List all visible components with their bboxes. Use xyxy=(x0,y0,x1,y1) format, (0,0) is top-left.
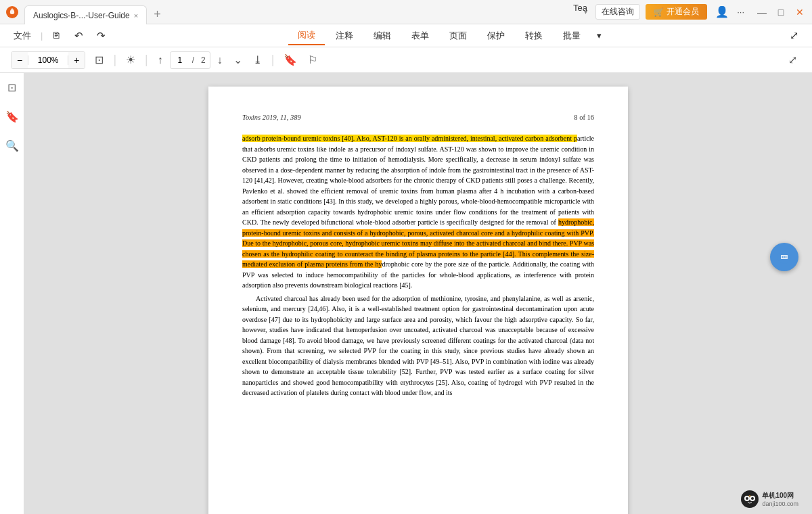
next-page-button[interactable]: ↓ xyxy=(213,52,227,68)
download-button[interactable]: ⤓ xyxy=(249,51,266,68)
vip-button[interactable]: 🛒 开通会员 xyxy=(646,4,707,20)
pdf-page: Toxins 2019, 11, 389 8 of 16 adsorb prot… xyxy=(208,87,628,514)
chat-button[interactable] xyxy=(770,243,798,271)
tab-batch[interactable]: 批量 xyxy=(554,27,590,45)
pdf-text-content: adsorb protein-bound uremic toxins [40].… xyxy=(242,133,594,398)
minimize-button[interactable]: — xyxy=(755,7,769,18)
highlight-orange-1: hydrophobic, protein-bound uremic toxins… xyxy=(242,218,594,268)
zoom-control: − 100% + xyxy=(11,51,85,69)
more-tabs-arrow[interactable]: ▾ xyxy=(591,28,607,43)
page-navigation: / 2 xyxy=(170,51,210,69)
total-pages: 2 xyxy=(197,55,210,65)
sidebar-thumbnail-icon[interactable]: ⊡ xyxy=(5,78,19,97)
svg-point-1 xyxy=(10,10,14,14)
share-button[interactable]: ⚐ xyxy=(304,51,321,68)
close-window-button[interactable]: ✕ xyxy=(793,7,807,18)
vip-cart-icon: 🛒 xyxy=(654,7,664,17)
fullscreen-button[interactable]: ⤢ xyxy=(784,51,801,68)
export-icon[interactable]: ⤢ xyxy=(784,26,804,45)
app-logo xyxy=(5,5,19,19)
bookmark-button[interactable]: 🔖 xyxy=(279,51,301,68)
undo-button[interactable]: ↶ xyxy=(69,27,89,45)
title-bar: Auslogics-B-...-User-Guide × + ▾ 在线咨询 🛒 … xyxy=(0,0,812,24)
paragraph-2: Activated charcoal has already been used… xyxy=(242,294,594,398)
highlight-yellow-1: adsorb protein-bound uremic toxins [40].… xyxy=(242,135,577,142)
pdf-area[interactable]: Toxins 2019, 11, 389 8 of 16 adsorb prot… xyxy=(24,73,812,514)
new-tab-button[interactable]: + xyxy=(148,5,166,24)
brightness-button[interactable]: ☀ xyxy=(122,51,139,68)
svg-point-6 xyxy=(741,490,759,508)
scroll-down-button[interactable]: ⌄ xyxy=(229,51,246,68)
tab-read[interactable]: 阅读 xyxy=(288,26,325,45)
left-sidebar: ⊡ 🔖 🔍 xyxy=(0,73,24,514)
tab-edit[interactable]: 编辑 xyxy=(364,27,401,45)
menu-right: ⤢ xyxy=(784,26,804,45)
svg-point-5 xyxy=(786,256,787,258)
prev-page-button[interactable]: ↑ xyxy=(154,52,167,68)
watermark-url: danji100.com xyxy=(762,500,798,507)
svg-point-9 xyxy=(746,497,748,500)
tea-label: Tea xyxy=(573,3,587,13)
vip-label: 开通会员 xyxy=(667,6,699,18)
sidebar-bookmark-icon[interactable]: 🔖 xyxy=(3,108,22,126)
svg-point-10 xyxy=(751,497,754,500)
svg-point-4 xyxy=(784,256,785,258)
copy-tool[interactable]: 🖹 xyxy=(47,28,66,43)
tab-protect[interactable]: 保护 xyxy=(478,27,514,45)
online-consult-button[interactable]: 在线咨询 xyxy=(595,4,640,20)
toolbar-separator-1: | xyxy=(113,53,116,67)
tab-convert[interactable]: 转换 xyxy=(516,27,552,45)
tab-annotate[interactable]: 注释 xyxy=(326,27,363,45)
main-layout: ⊡ 🔖 🔍 Toxins 2019, 11, 389 8 of 16 adsor… xyxy=(0,73,812,514)
toolbar-tabs: 阅读 注释 编辑 表单 页面 保护 转换 批量 ▾ xyxy=(114,26,782,45)
tab-close-button[interactable]: × xyxy=(134,11,138,20)
fit-page-button[interactable]: ⊡ xyxy=(91,51,108,68)
sidebar-search-icon[interactable]: 🔍 xyxy=(3,137,22,155)
page-separator: / xyxy=(189,55,197,65)
watermark: 单机100网 danji100.com xyxy=(740,490,798,509)
toolbar: − 100% + ⊡ | ☀ | ↑ / 2 ↓ ⌄ ⤓ | 🔖 ⚐ ⤢ xyxy=(0,47,812,73)
page-reference: 8 of 16 xyxy=(574,114,594,121)
tab-form[interactable]: 表单 xyxy=(402,27,438,45)
svg-point-3 xyxy=(782,256,784,258)
menu-separator: | xyxy=(41,30,43,41)
zoom-value-display[interactable]: 100% xyxy=(28,55,68,65)
menu-bar: 文件 | 🖹 ↶ ↷ 阅读 注释 编辑 表单 页面 保护 转换 批量 ▾ ⤢ xyxy=(0,24,812,47)
page-header: Toxins 2019, 11, 389 8 of 16 xyxy=(242,114,594,121)
tabs-area: Auslogics-B-...-User-Guide × + xyxy=(24,0,581,24)
toolbar-separator-3: | xyxy=(271,53,275,67)
maximize-button[interactable]: □ xyxy=(774,7,788,18)
user-avatar-icon[interactable]: 👤 xyxy=(715,5,729,18)
tab-page[interactable]: 页面 xyxy=(440,27,476,45)
journal-reference: Toxins 2019, 11, 389 xyxy=(242,114,301,121)
zoom-out-button[interactable]: − xyxy=(12,52,28,68)
page-number-input[interactable] xyxy=(171,55,189,65)
file-menu[interactable]: 文件 xyxy=(8,27,37,45)
watermark-site-name: 单机100网 xyxy=(762,491,798,500)
more-options-icon[interactable]: ··· xyxy=(737,7,744,17)
redo-button[interactable]: ↷ xyxy=(91,27,111,45)
active-tab[interactable]: Auslogics-B-...-User-Guide × xyxy=(24,5,147,24)
zoom-in-button[interactable]: + xyxy=(68,52,85,68)
paragraph-1: adsorb protein-bound uremic toxins [40].… xyxy=(242,133,594,291)
title-bar-right: ▾ 在线咨询 🛒 开通会员 👤 ··· — □ ✕ xyxy=(581,4,807,20)
window-controls: — □ ✕ xyxy=(755,7,807,18)
toolbar-separator-2: | xyxy=(145,53,148,67)
tab-title: Auslogics-B-...-User-Guide xyxy=(33,11,130,20)
